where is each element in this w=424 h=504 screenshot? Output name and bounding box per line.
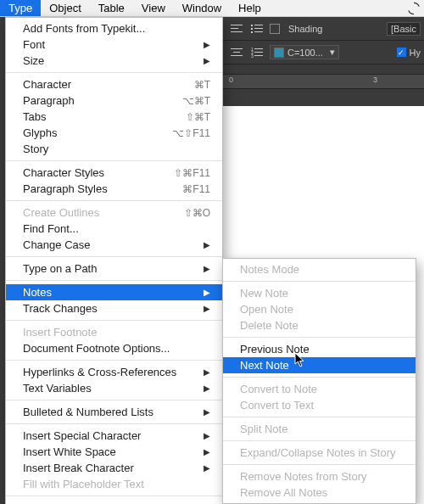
submenu-arrow-icon: ▶ [204, 463, 210, 473]
type-menu-item[interactable]: Hyperlinks & Cross-References▶ [6, 364, 222, 380]
menu-item-label: Character [23, 78, 187, 91]
notes-submenu-item: Expand/Collapse Notes in Story [223, 445, 416, 461]
menu-separator [6, 360, 222, 361]
color-swatch-dropdown[interactable]: C=100...▾ [270, 45, 339, 59]
type-menu-item: Fill with Placeholder Text [6, 476, 222, 492]
menu-item-shortcut: ⇧⌘O [184, 207, 210, 219]
ruler-tick: 3 [373, 76, 377, 84]
menubar-item-object[interactable]: Object [41, 0, 90, 16]
menu-item-label: Font [23, 38, 204, 51]
type-menu-item[interactable]: Font▶ [6, 36, 222, 53]
menu-item-label: Bulleted & Numbered Lists [23, 406, 204, 418]
type-menu-item[interactable]: Insert Break Character▶ [6, 460, 222, 476]
svg-rect-5 [251, 28, 253, 30]
menubar: Type Object Table View Window Help [0, 0, 424, 17]
menubar-item-help[interactable]: Help [230, 0, 270, 16]
menu-separator [6, 160, 222, 161]
svg-rect-1 [231, 28, 238, 29]
shading-checkbox[interactable] [270, 24, 280, 34]
menu-separator [223, 417, 416, 417]
type-menu-item[interactable]: Paragraph⌥⌘T [6, 92, 222, 109]
type-menu-item[interactable]: Add Fonts from Typekit... [6, 20, 222, 36]
type-menu-item[interactable]: Insert White Space▶ [6, 444, 222, 460]
numlist-icon[interactable]: 123 [249, 46, 265, 59]
menu-item-label: Split Note [240, 423, 404, 435]
type-menu-item[interactable]: Paragraph Styles⌘F11 [6, 181, 222, 197]
type-menu-item[interactable]: Size▶ [6, 53, 222, 69]
type-menu-item[interactable]: Show Hidden Characters⌥⌘I [6, 500, 222, 504]
menubar-item-window[interactable]: Window [174, 0, 230, 16]
color-swatch-label: C=100... [287, 48, 323, 58]
menu-item-label: Notes Mode [240, 263, 404, 276]
submenu-arrow-icon: ▶ [204, 56, 210, 65]
type-menu-dropdown: Add Fonts from Typekit...Font▶Size▶Chara… [5, 17, 223, 504]
hyphenate-label: Hy [410, 48, 421, 58]
submenu-arrow-icon: ▶ [204, 431, 210, 440]
menu-item-shortcut: ⌥⇧F11 [172, 127, 210, 139]
type-menu-item[interactable]: Change Case▶ [6, 237, 222, 253]
svg-rect-11 [231, 55, 243, 56]
menu-item-label: Track Changes [23, 302, 204, 315]
menu-item-label: Story [23, 143, 210, 155]
menu-separator [223, 440, 416, 441]
type-menu-item[interactable]: Type on a Path▶ [6, 260, 222, 277]
menu-item-label: Paragraph [23, 94, 176, 107]
menubar-item-view[interactable]: View [133, 0, 174, 16]
menu-item-label: Convert to Text [240, 399, 404, 412]
type-menu-item[interactable]: Story [6, 141, 222, 157]
submenu-arrow-icon: ▶ [204, 384, 210, 393]
type-menu-item[interactable]: Bulleted & Numbered Lists▶ [6, 404, 222, 420]
menu-separator [223, 337, 416, 338]
type-menu-item[interactable]: Character Styles⇧⌘F11 [6, 165, 222, 181]
type-menu-item[interactable]: Track Changes▶ [6, 300, 222, 316]
menu-item-label: Open Note [240, 303, 404, 316]
notes-submenu-item[interactable]: Next Note [223, 357, 416, 373]
notes-submenu-item: Remove Notes from Story [223, 468, 416, 484]
ruler-tick: 0 [229, 76, 233, 84]
menu-item-label: Previous Note [240, 343, 404, 356]
notes-submenu-item: Convert to Text [223, 397, 416, 413]
menu-item-label: Notes [23, 286, 204, 299]
swatch-icon [274, 48, 284, 58]
submenu-arrow-icon: ▶ [204, 447, 210, 456]
notes-submenu-item: New Note [223, 285, 416, 301]
menu-item-label: Type on a Path [23, 262, 204, 275]
type-menu-item[interactable]: Text Variables▶ [6, 380, 222, 396]
list-icon[interactable] [249, 22, 265, 35]
type-menu-item[interactable]: Document Footnote Options... [6, 340, 222, 356]
menubar-item-type[interactable]: Type [0, 0, 41, 16]
svg-rect-15 [254, 52, 263, 53]
notes-submenu-item[interactable]: Previous Note [223, 341, 416, 357]
svg-rect-9 [231, 48, 243, 49]
notes-submenu-item: Open Note [223, 301, 416, 317]
menu-item-label: Tabs [23, 110, 179, 123]
type-menu-item[interactable]: Insert Special Character▶ [6, 428, 222, 444]
menubar-item-table[interactable]: Table [90, 0, 133, 16]
svg-rect-6 [254, 28, 263, 29]
menu-item-shortcut: ⌘F11 [182, 183, 210, 195]
svg-text:3: 3 [251, 53, 254, 58]
svg-rect-2 [231, 31, 243, 32]
sync-icon[interactable] [407, 2, 421, 15]
notes-submenu-item: Delete Note [223, 317, 416, 333]
align2-icon[interactable] [229, 46, 244, 59]
type-menu-item[interactable]: Character⌘T [6, 76, 222, 92]
basic-style-dropdown[interactable]: [Basic [387, 22, 421, 36]
menu-item-label: Size [23, 54, 204, 67]
align-icon[interactable] [229, 22, 244, 35]
menu-item-label: Paragraph Styles [23, 182, 176, 195]
menu-item-label: Document Footnote Options... [23, 342, 210, 355]
check-icon: ✓ [397, 48, 406, 57]
menu-separator [223, 281, 416, 282]
type-menu-item[interactable]: Notes▶ [6, 284, 222, 300]
type-menu-item[interactable]: Find Font... [6, 221, 222, 237]
menu-item-label: Convert to Note [240, 383, 404, 395]
menu-item-label: Add Fonts from Typekit... [23, 22, 210, 35]
menu-item-label: Remove All Notes [240, 486, 404, 499]
type-menu-item[interactable]: Glyphs⌥⇧F11 [6, 125, 222, 141]
type-menu-item[interactable]: Tabs⇧⌘T [6, 109, 222, 125]
menu-item-label: Expand/Collapse Notes in Story [240, 446, 404, 459]
menu-item-label: Create Outlines [23, 206, 177, 219]
submenu-arrow-icon: ▶ [204, 407, 210, 417]
hyphenate-check[interactable]: ✓Hy [397, 48, 421, 58]
